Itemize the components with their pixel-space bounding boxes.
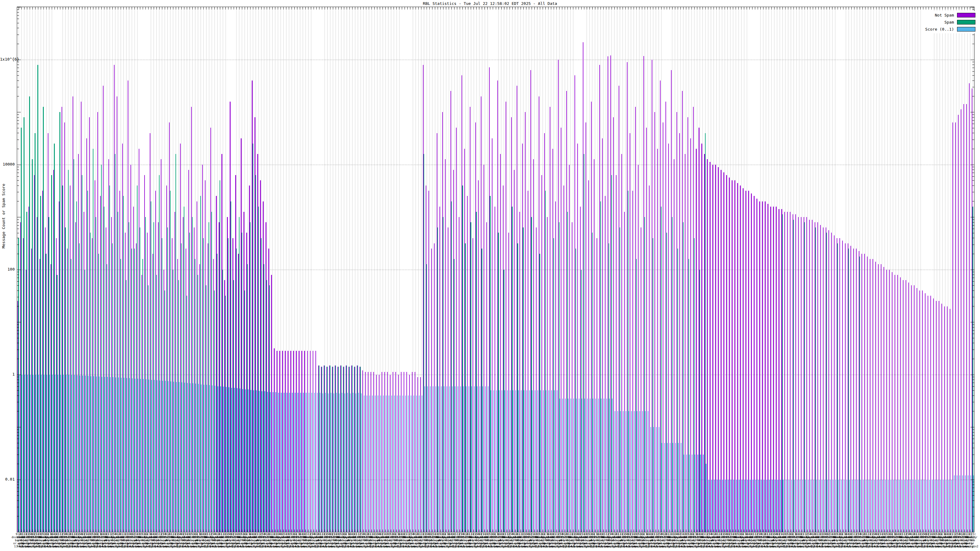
- x-tick-top: [951, 7, 951, 10]
- x-tick-top: [391, 7, 391, 10]
- x-tick-top: [121, 7, 121, 10]
- x-tick-bottom: [876, 530, 877, 532]
- bar-notspam: [371, 372, 371, 532]
- bar-score: [441, 386, 442, 532]
- bar-notspam: [654, 112, 655, 532]
- bar-score: [143, 379, 144, 532]
- x-tick-bottom: [931, 530, 932, 532]
- x-tick-bottom: [388, 530, 388, 532]
- x-tick-bottom: [526, 530, 527, 532]
- x-tick-bottom: [371, 530, 372, 532]
- x-tick-bottom: [313, 530, 314, 532]
- bar-score: [910, 480, 910, 532]
- x-tick-bottom: [816, 530, 816, 532]
- bar-notspam: [931, 296, 931, 532]
- bar-score: [452, 386, 453, 532]
- x-tick-top: [744, 7, 744, 10]
- x-tick-bottom: [912, 530, 912, 532]
- x-tick-top: [76, 7, 77, 10]
- bar-score: [874, 480, 875, 532]
- x-tick-top: [330, 7, 331, 10]
- bar-notspam: [864, 254, 865, 532]
- x-tick-top: [733, 7, 733, 10]
- x-tick-bottom: [824, 530, 824, 532]
- bar-score: [565, 399, 566, 532]
- bar-notspam: [616, 175, 616, 532]
- bar-notspam: [944, 306, 945, 532]
- bar-score: [165, 381, 166, 532]
- x-tick-top: [404, 7, 405, 10]
- x-tick-bottom: [415, 530, 416, 532]
- x-tick-top: [289, 7, 289, 10]
- x-tick-top: [275, 7, 275, 10]
- y-tick-left: [17, 192, 19, 192]
- x-tick-bottom: [810, 530, 810, 532]
- bar-score: [515, 390, 516, 532]
- bar-score: [744, 480, 745, 532]
- y-tick-left: [17, 19, 19, 19]
- x-tick-bottom: [620, 530, 620, 532]
- x-tick-top: [675, 7, 675, 10]
- bar-score: [325, 393, 326, 532]
- x-tick-top: [90, 7, 91, 10]
- x-tick-bottom: [476, 530, 477, 532]
- rbl-statistics-chart: RBL Statistics - Tue Jul 22 12:58:02 EDT…: [0, 0, 980, 551]
- x-tick-top: [253, 7, 253, 10]
- bar-score: [772, 480, 772, 532]
- x-tick-bottom: [382, 530, 383, 532]
- bar-score: [126, 378, 127, 532]
- bar-notspam: [563, 186, 564, 532]
- bar-score: [207, 385, 207, 532]
- bar-score: [99, 376, 100, 532]
- bar-score: [416, 395, 417, 532]
- bar-notspam: [478, 180, 479, 532]
- x-tick-bottom: [393, 530, 394, 532]
- bar-score: [46, 375, 47, 532]
- x-tick-top: [802, 7, 802, 10]
- y-tick-left: [17, 285, 19, 286]
- x-tick-top: [694, 7, 695, 10]
- bar-score: [66, 375, 67, 532]
- bar-notspam: [878, 264, 879, 532]
- x-tick-top: [542, 7, 543, 10]
- bar-score: [129, 378, 130, 532]
- bar-notspam: [685, 154, 686, 532]
- x-tick-top: [587, 7, 587, 10]
- bar-notspam: [933, 299, 934, 532]
- y-tick-left: [17, 324, 19, 325]
- bar-score: [278, 393, 279, 532]
- y-tick-right: [970, 375, 974, 375]
- x-tick-bottom: [352, 530, 353, 532]
- y-tick-right: [970, 322, 974, 322]
- x-tick-top: [942, 7, 943, 10]
- x-tick-bottom: [234, 530, 234, 532]
- bar-score: [33, 375, 33, 532]
- x-tick-bottom: [628, 530, 628, 532]
- bar-notspam: [867, 257, 868, 532]
- bar-notspam: [889, 270, 890, 532]
- x-tick-bottom: [840, 530, 841, 532]
- bar-score: [242, 389, 243, 532]
- bar-score: [885, 480, 886, 532]
- x-tick-top: [291, 7, 292, 10]
- x-tick-top: [195, 7, 196, 10]
- bar-score: [179, 382, 180, 532]
- bar-score: [946, 480, 946, 532]
- bar-score: [819, 480, 819, 532]
- bar-score: [237, 388, 237, 532]
- bar-score: [314, 393, 315, 532]
- bar-notspam: [905, 280, 906, 532]
- bar-notspam: [390, 375, 390, 532]
- bar-score: [383, 395, 384, 532]
- x-tick-bottom: [374, 530, 375, 532]
- x-tick-bottom: [661, 530, 662, 532]
- y-tick-right: [972, 222, 974, 222]
- bar-score: [786, 480, 786, 532]
- x-tick-top: [355, 7, 355, 10]
- y-tick-left: [17, 448, 19, 448]
- bar-notspam: [840, 238, 840, 532]
- y-tick-left: [17, 133, 19, 133]
- y-tick-right: [972, 128, 974, 128]
- y-tick-right: [972, 275, 974, 275]
- bar-score: [283, 393, 284, 532]
